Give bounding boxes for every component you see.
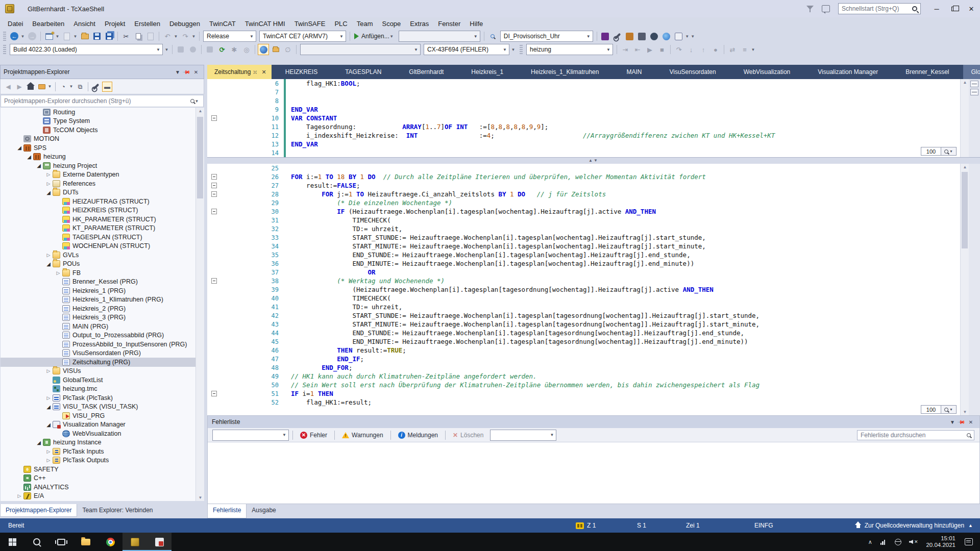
fold-collapse-icon[interactable] <box>211 209 217 214</box>
doc-tab-zeitschaltung[interactable]: Zeitschaltung⊹✕ <box>207 65 272 79</box>
doc-tab-heizkreis-1-klimatruhen[interactable]: Heizkreis_1_Klimatruhen <box>517 65 612 79</box>
start-plc-icon[interactable]: ▶ <box>644 44 655 55</box>
menu-extras[interactable]: Extras <box>405 18 433 29</box>
zoom-level[interactable]: 100 <box>921 147 941 156</box>
tree-item-wochenplan-struct-[interactable]: WOCHENPLAN (STRUCT) <box>1 242 195 251</box>
empty-combo-1[interactable]: ▼ <box>399 31 480 42</box>
tree-item-sps[interactable]: ◢SPS <box>1 143 195 153</box>
tree-item-zeitschaltung-prg-[interactable]: Zeitschaltung (PRG) <box>1 358 195 367</box>
back-icon[interactable]: ◀ <box>3 82 13 92</box>
tree-item-motion[interactable]: MOTION <box>1 135 195 144</box>
build-icon[interactable] <box>204 44 215 55</box>
expander-icon[interactable]: ▷ <box>44 181 53 186</box>
tree-item-routing[interactable]: Routing <box>1 108 195 117</box>
tree-item-visualization-manager[interactable]: ◢Visualization Manager <box>1 420 195 430</box>
panel-close-icon[interactable]: ✕ <box>191 69 201 75</box>
twincat-logo-icon[interactable] <box>661 31 672 42</box>
expander-icon[interactable]: ◢ <box>44 422 53 428</box>
tree-item-fb[interactable]: ▷FB <box>1 268 195 278</box>
menu-team[interactable]: Team <box>352 18 378 29</box>
find-icon[interactable] <box>487 31 498 42</box>
build-version-combo[interactable]: Build 4022.30 (Loaded)▼ <box>10 44 163 55</box>
error-scope-combo[interactable]: ▼ <box>212 430 289 441</box>
globe-icon[interactable] <box>895 539 901 545</box>
toolbar-grip[interactable] <box>3 45 6 54</box>
sync-active-document-icon[interactable] <box>37 82 47 92</box>
attach-button[interactable]: Anfügen...▼ <box>352 33 397 40</box>
tree-item-tagesplan-struct-[interactable]: TAGESPLAN (STRUCT) <box>1 233 195 242</box>
toolbox-icon[interactable] <box>636 31 648 42</box>
scrollbar-bottom-pane[interactable]: ▲ ▼ <box>960 164 969 415</box>
add-item-icon[interactable] <box>61 31 72 42</box>
toolbar-grip[interactable] <box>520 45 523 54</box>
scan-icon[interactable]: ✱ <box>229 44 240 55</box>
search-term-combo[interactable]: DI_Provisorisch_Uhr▼ <box>500 31 593 42</box>
toolbar1-overflow[interactable]: ▼ <box>691 34 695 39</box>
new-project-dropdown[interactable]: ▼ <box>55 34 60 39</box>
forward-icon[interactable]: ▶ <box>14 82 24 92</box>
terminal-dropdown[interactable]: ▼ <box>685 34 690 39</box>
doc-tab-heizkreis[interactable]: HEIZKREIS <box>272 65 331 79</box>
scope-icon[interactable] <box>624 31 635 42</box>
tree-item-tccom-objects[interactable]: TcCOM Objects <box>1 126 195 135</box>
start-button[interactable] <box>0 533 24 551</box>
target-browser-icon[interactable] <box>187 44 199 55</box>
menu-plc[interactable]: PLC <box>330 18 352 29</box>
doc-tab-webvisualization[interactable]: WebVisualization <box>730 65 804 79</box>
expander-icon[interactable]: ▷ <box>15 493 23 498</box>
zoom-control-bottom[interactable]: 100 ▼ <box>921 405 957 414</box>
navigate-back-dropdown[interactable]: ▼ <box>20 34 25 39</box>
cut-icon[interactable]: ✂ <box>120 31 132 42</box>
tree-item-brenner-kessel-prg-[interactable]: Brenner_Kessel (PRG) <box>1 278 195 287</box>
config-folder-icon[interactable] <box>270 44 281 55</box>
expander-icon[interactable]: ▷ <box>44 368 53 373</box>
navigate-forward-icon[interactable]: → <box>27 31 38 42</box>
redo-icon[interactable]: ↷ <box>180 31 191 42</box>
twincat-mode-icon[interactable] <box>258 44 269 55</box>
tree-item-webvisualization[interactable]: WebVisualization <box>1 429 195 438</box>
doc-tab-heizkreis-1[interactable]: Heizkreis_1 <box>457 65 517 79</box>
empty-combo-2[interactable]: ▼ <box>300 44 421 55</box>
error-filter-combo[interactable]: ▼ <box>490 430 556 441</box>
doc-tab-gltbernhardt[interactable]: GltBernhardt <box>395 65 457 79</box>
menu-scope[interactable]: Scope <box>377 18 405 29</box>
toolbar2-overflow[interactable]: ▼ <box>751 47 755 52</box>
add-item-dropdown[interactable]: ▼ <box>73 34 78 39</box>
solution-config-combo[interactable]: Release▼ <box>203 31 256 42</box>
tree-item-visu-prg[interactable]: VISU_PRG <box>1 411 195 420</box>
step-over-icon[interactable]: ↷ <box>673 44 684 55</box>
menu-erstellen[interactable]: Erstellen <box>130 18 165 29</box>
clear-button[interactable]: ✕ Löschen <box>448 430 488 441</box>
expander-icon[interactable]: ◢ <box>35 163 43 168</box>
menu-debuggen[interactable]: Debuggen <box>165 18 205 29</box>
quick-launch-input[interactable]: Schnellstart (Strg+Q) <box>838 3 921 14</box>
fold-collapse-icon[interactable] <box>211 174 217 180</box>
zoom-menu-button[interactable]: ▼ <box>941 147 957 156</box>
zoom-control-top[interactable]: 100 ▼ <box>921 147 957 156</box>
panel-options-icon[interactable]: ▼ <box>948 419 957 425</box>
menu-ansicht[interactable]: Ansicht <box>69 18 100 29</box>
doc-tab-main[interactable]: MAIN <box>612 65 655 79</box>
new-project-icon[interactable] <box>43 31 55 42</box>
tree-item-heizung-tmc[interactable]: heizung.tmc <box>1 385 195 394</box>
menu-datei[interactable]: Datei <box>3 18 28 29</box>
expander-icon[interactable]: ◢ <box>44 190 53 195</box>
solution-platform-combo[interactable]: TwinCAT CE7 (ARMV7)▼ <box>259 31 346 42</box>
undo-icon[interactable]: ↶ <box>162 31 173 42</box>
tree-item-visus[interactable]: ▷VISUs <box>1 367 195 376</box>
undo-dropdown[interactable]: ▼ <box>174 34 178 39</box>
expander-icon[interactable]: ◢ <box>15 145 23 151</box>
fold-collapse-icon[interactable] <box>211 191 217 197</box>
target-combo-overflow[interactable]: ▼ <box>511 47 516 52</box>
network-icon[interactable] <box>880 539 888 545</box>
chrome-button[interactable] <box>98 533 122 551</box>
link-icon[interactable] <box>175 44 186 55</box>
tree-item-plctask-plctask-[interactable]: ▷PlcTask (PlcTask) <box>1 393 195 403</box>
copy-icon[interactable] <box>133 31 144 42</box>
tree-item-e-a[interactable]: ▷E/A <box>1 492 195 501</box>
scrollbar-top-pane[interactable]: ▲ <box>960 79 969 157</box>
tab-ausgabe[interactable]: Ausgabe <box>247 504 281 518</box>
tab-pin-icon[interactable]: ⊹ <box>251 68 259 76</box>
plc-project-combo[interactable]: heizung▼ <box>526 44 613 55</box>
code-pane-bottom[interactable]: 2526FOR i:=1 TO 18 BY 1 DO // Durch alle… <box>207 164 980 415</box>
